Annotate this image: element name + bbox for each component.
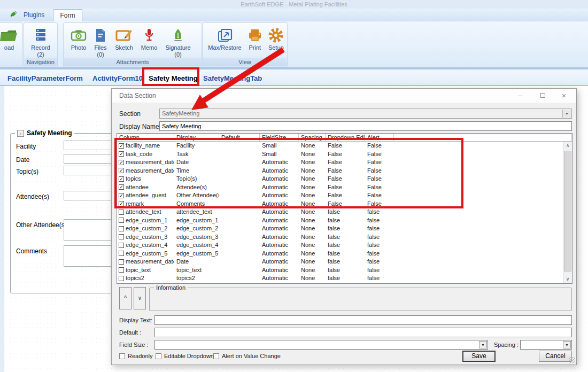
chevron-down-icon[interactable]: ▼ bbox=[479, 341, 487, 348]
checkbox-unchecked-icon[interactable] bbox=[119, 218, 124, 223]
column-header[interactable]: Alert bbox=[365, 134, 394, 141]
alert-on-value-change-checkbox[interactable]: Alert on Value Change bbox=[213, 353, 281, 359]
chevron-down-icon[interactable]: ▼ bbox=[562, 110, 571, 118]
plug-icon bbox=[9, 10, 17, 20]
tab-facility-parameter-form[interactable]: FacilityParameterForm bbox=[7, 72, 83, 85]
collapse-icon[interactable]: - bbox=[17, 130, 24, 137]
table-row[interactable]: edge_custom_4edge_custom_4AutomaticNonef… bbox=[117, 241, 563, 250]
column-header[interactable]: Default bbox=[219, 134, 260, 141]
editable-dropdown-checkbox[interactable]: Editable Dropdown bbox=[156, 353, 214, 359]
table-row[interactable]: ✓measurement_date(Date)DateAutomaticNone… bbox=[117, 158, 563, 167]
table-row[interactable]: ✓task_codeTaskSmallNoneFalseFalse bbox=[117, 150, 563, 159]
column-header[interactable]: Dropdown Edit bbox=[326, 134, 365, 141]
column-header[interactable]: Spacing bbox=[299, 134, 326, 141]
column-header[interactable] bbox=[394, 134, 572, 141]
scroll-down-icon[interactable]: ∨ bbox=[563, 275, 572, 283]
display-name-input[interactable]: Safety Meeting bbox=[159, 121, 572, 131]
save-button[interactable]: Save bbox=[462, 351, 496, 362]
scrollbar-thumb[interactable] bbox=[564, 151, 571, 272]
checkbox-icon[interactable] bbox=[213, 353, 219, 359]
tab-plugins[interactable]: Plugins bbox=[24, 11, 44, 19]
row-cell: Comments bbox=[174, 200, 219, 208]
table-row[interactable]: ✓measurement_date(Time)TimeAutomaticNone… bbox=[117, 167, 563, 175]
checkbox-unchecked-icon[interactable] bbox=[119, 251, 124, 256]
record-button[interactable]: Record (2) bbox=[24, 23, 57, 58]
checkbox-checked-icon[interactable]: ✓ bbox=[119, 184, 124, 190]
checkbox-unchecked-icon[interactable] bbox=[119, 226, 124, 231]
row-cell: Attendee(s) bbox=[174, 183, 219, 192]
tab-activity-form10[interactable]: ActivityForm10 bbox=[92, 72, 143, 85]
row-column-name: edge_custom_1 bbox=[126, 216, 167, 224]
maximize-icon[interactable] bbox=[535, 90, 551, 101]
field-label-attendees: Attendee(s) bbox=[16, 193, 49, 200]
checkbox-unchecked-icon[interactable] bbox=[119, 234, 124, 239]
row-cell: edge_custom_2 bbox=[174, 224, 219, 233]
checkbox-unchecked-icon[interactable] bbox=[119, 267, 124, 273]
sketch-button[interactable]: Sketch bbox=[111, 23, 137, 58]
print-button[interactable]: Print bbox=[245, 23, 265, 51]
column-header[interactable]: FieldSize bbox=[260, 134, 299, 141]
field-size-dropdown[interactable]: ▼ bbox=[154, 340, 488, 350]
row-column-name: topic_text bbox=[126, 266, 151, 274]
chevron-down-icon[interactable]: ▼ bbox=[563, 341, 571, 348]
close-icon[interactable]: × bbox=[556, 90, 572, 101]
display-text-input[interactable] bbox=[154, 315, 572, 325]
checkbox-unchecked-icon[interactable] bbox=[119, 259, 124, 265]
minimize-icon[interactable]: – bbox=[512, 90, 528, 101]
checkbox-icon[interactable] bbox=[156, 353, 161, 359]
row-cell bbox=[394, 142, 563, 150]
tab-safety-meeting[interactable]: Safety Meeting bbox=[145, 72, 201, 85]
table-row[interactable]: measurement_dateDateAutomaticNonefalsefa… bbox=[117, 258, 563, 266]
default-input[interactable] bbox=[154, 328, 572, 337]
table-scrollbar[interactable]: ∧ ∨ bbox=[563, 142, 572, 283]
table-row[interactable]: topics2topics2AutomaticNonefalsefalse bbox=[117, 274, 563, 283]
table-row[interactable]: attendee_textattendee_textAutomaticNonef… bbox=[117, 208, 563, 216]
section-combobox[interactable]: SafetyMeeting ▼ bbox=[159, 108, 572, 119]
row-cell bbox=[394, 183, 563, 192]
spacing-dropdown[interactable]: ▼ bbox=[520, 340, 572, 350]
checkbox-checked-icon[interactable]: ✓ bbox=[119, 193, 124, 198]
tab-form[interactable]: Form bbox=[53, 9, 82, 21]
table-row[interactable]: edge_custom_3edge_custom_3AutomaticNonef… bbox=[117, 233, 563, 242]
scroll-up-icon[interactable]: ∧ bbox=[563, 142, 572, 150]
load-button[interactable]: oad bbox=[0, 23, 22, 51]
checkbox-unchecked-icon[interactable] bbox=[119, 243, 124, 248]
table-row[interactable]: edge_custom_1edge_custom_1AutomaticNonef… bbox=[117, 216, 563, 225]
table-row[interactable]: ✓remarkCommentsAutomaticNoneFalseFalse bbox=[117, 200, 563, 208]
cancel-button[interactable]: Cancel bbox=[539, 351, 572, 362]
checkbox-checked-icon[interactable]: ✓ bbox=[119, 151, 124, 157]
checkbox-icon[interactable] bbox=[119, 353, 125, 359]
row-cell: Automatic bbox=[260, 241, 299, 250]
table-row[interactable]: edge_custom_5edge_custom_5AutomaticNonef… bbox=[117, 250, 563, 258]
table-row[interactable]: ✓attendee_guestOther Attendee(s)Automati… bbox=[117, 191, 563, 200]
move-down-button[interactable]: v bbox=[134, 287, 146, 309]
table-row[interactable]: ✓attendeeAttendee(s)AutomaticNoneFalseFa… bbox=[117, 183, 563, 192]
setup-button[interactable]: Setup bbox=[265, 23, 287, 51]
column-header[interactable]: Display bbox=[174, 134, 219, 141]
table-row[interactable]: topic_texttopic_textAutomaticNonefalsefa… bbox=[117, 266, 563, 275]
column-header[interactable]: Column bbox=[117, 134, 174, 141]
max-restore-button[interactable]: Max/Restore bbox=[205, 23, 245, 51]
checkbox-unchecked-icon[interactable] bbox=[119, 210, 124, 215]
resize-grip[interactable] bbox=[569, 357, 575, 363]
checkbox-checked-icon[interactable]: ✓ bbox=[119, 201, 124, 206]
files-button[interactable]: Files (0) bbox=[90, 23, 111, 58]
table-row[interactable]: ✓topicsTopic(s)AutomaticNoneFalseFalse bbox=[117, 175, 563, 183]
row-cell: Time bbox=[174, 167, 219, 175]
signature-button[interactable]: Signature (0) bbox=[161, 23, 195, 58]
move-up-button[interactable]: ^ bbox=[119, 287, 131, 309]
table-row[interactable]: edge_custom_2edge_custom_2AutomaticNonef… bbox=[117, 224, 563, 233]
checkbox-checked-icon[interactable]: ✓ bbox=[119, 160, 124, 165]
checkbox-checked-icon[interactable]: ✓ bbox=[119, 168, 124, 173]
table-row[interactable]: topics2_texttopics2_textAutomaticNonefal… bbox=[117, 283, 563, 284]
checkbox-unchecked-icon[interactable] bbox=[119, 276, 124, 281]
memo-button[interactable]: Memo bbox=[137, 23, 161, 58]
checkbox-checked-icon[interactable]: ✓ bbox=[119, 143, 124, 149]
checkbox-checked-icon[interactable]: ✓ bbox=[119, 176, 124, 182]
table-row[interactable]: ✓facility_nameFacilitySmallNoneFalseFals… bbox=[117, 142, 563, 150]
row-cell: None bbox=[299, 183, 326, 192]
readonly-checkbox[interactable]: Readonly bbox=[119, 353, 152, 359]
photo-button[interactable]: Photo bbox=[67, 23, 90, 58]
tab-safety-meeting-tab[interactable]: SafetyMeetingTab bbox=[203, 72, 262, 85]
row-column-name: attendee_guest bbox=[126, 191, 166, 199]
